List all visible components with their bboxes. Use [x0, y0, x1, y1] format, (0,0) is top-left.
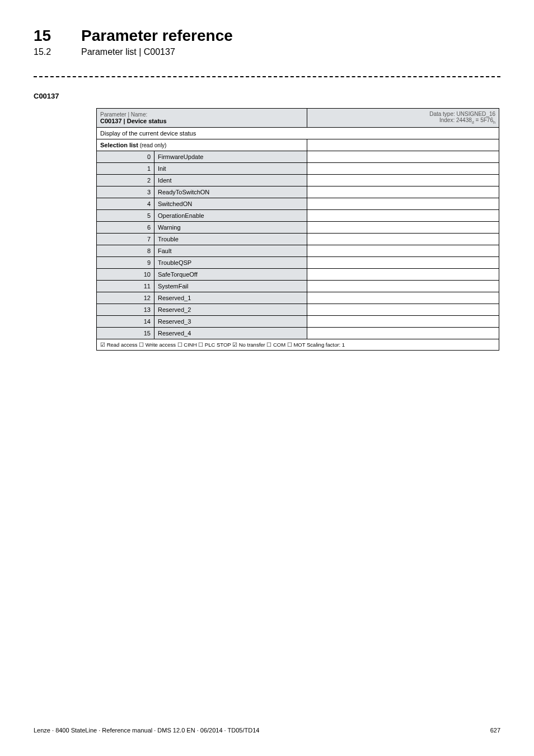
row-value: Reserved_1: [154, 292, 307, 304]
row-blank: [307, 198, 499, 210]
row-index: 4: [97, 198, 154, 210]
table-row: 10SafeTorqueOff: [97, 269, 499, 281]
row-index: 3: [97, 186, 154, 198]
row-blank: [307, 281, 499, 292]
row-index: 14: [97, 316, 154, 328]
row-blank: [307, 269, 499, 281]
param-code-heading: C00137: [34, 92, 500, 100]
table-row: 7Trouble: [97, 234, 499, 245]
row-index: 1: [97, 163, 154, 175]
row-value: TroubleQSP: [154, 257, 307, 269]
footer-left: Lenze · 8400 StateLine · Reference manua…: [34, 727, 259, 734]
row-index: 0: [97, 151, 154, 163]
row-blank: [307, 234, 499, 245]
table-row: 5OperationEnable: [97, 210, 499, 222]
table-row: 9TroubleQSP: [97, 257, 499, 269]
row-blank: [307, 186, 499, 198]
chapter-number: 15: [34, 27, 81, 45]
table-row: 0FirmwareUpdate: [97, 151, 499, 163]
row-value: Ident: [154, 175, 307, 186]
row-index: 13: [97, 304, 154, 316]
row-value: Reserved_2: [154, 304, 307, 316]
table-row: 14Reserved_3: [97, 316, 499, 328]
row-index: 7: [97, 234, 154, 245]
row-blank: [307, 304, 499, 316]
selection-list-header: Selection list (read only): [97, 139, 307, 151]
row-value: ReadyToSwitchON: [154, 186, 307, 198]
table-row: 4SwitchedON: [97, 198, 499, 210]
row-blank: [307, 316, 499, 328]
selection-list-blank: [307, 139, 499, 151]
row-value: FirmwareUpdate: [154, 151, 307, 163]
row-blank: [307, 328, 499, 339]
row-index: 10: [97, 269, 154, 281]
row-index: 11: [97, 281, 154, 292]
row-value: SafeTorqueOff: [154, 269, 307, 281]
table-row: 8Fault: [97, 245, 499, 257]
hdr-left-main: C00137 | Device status: [100, 118, 167, 124]
row-value: SwitchedON: [154, 198, 307, 210]
row-index: 5: [97, 210, 154, 222]
section-number: 15.2: [34, 47, 81, 57]
section-header: 15.2 Parameter list | C00137: [34, 47, 500, 57]
chapter-header: 15 Parameter reference: [34, 27, 500, 45]
row-blank: [307, 222, 499, 234]
row-blank: [307, 175, 499, 186]
row-blank: [307, 210, 499, 222]
row-blank: [307, 257, 499, 269]
table-row: 2Ident: [97, 175, 499, 186]
row-index: 12: [97, 292, 154, 304]
table-header-left: Parameter | Name: C00137 | Device status: [97, 109, 307, 128]
page-footer: Lenze · 8400 StateLine · Reference manua…: [34, 727, 500, 734]
table-row: 3ReadyToSwitchON: [97, 186, 499, 198]
row-value: Trouble: [154, 234, 307, 245]
description-row: Display of the current device status: [97, 128, 499, 139]
row-value: Init: [154, 163, 307, 175]
row-value: Fault: [154, 245, 307, 257]
row-value: Warning: [154, 222, 307, 234]
table-row: 6Warning: [97, 222, 499, 234]
row-index: 9: [97, 257, 154, 269]
table-header-right: Data type: UNSIGNED_16 Index: 24438d = 5…: [307, 109, 499, 128]
row-blank: [307, 163, 499, 175]
hdr-right-line1: Data type: UNSIGNED_16: [429, 111, 495, 117]
table-row: 1Init: [97, 163, 499, 175]
row-value: Reserved_4: [154, 328, 307, 339]
row-index: 2: [97, 175, 154, 186]
row-blank: [307, 292, 499, 304]
hdr-right-line2: Index: 24438d = 5F76h: [439, 117, 495, 123]
hdr-left-top: Parameter | Name:: [100, 111, 147, 118]
row-value: Reserved_3: [154, 316, 307, 328]
table-row: 11SystemFail: [97, 281, 499, 292]
chapter-title: Parameter reference: [81, 27, 233, 45]
row-index: 6: [97, 222, 154, 234]
row-value: SystemFail: [154, 281, 307, 292]
footer-page-number: 627: [490, 727, 500, 734]
section-title: Parameter list | C00137: [81, 47, 175, 57]
table-row: 15Reserved_4: [97, 328, 499, 339]
table-footer: ☑ Read access ☐ Write access ☐ CINH ☐ PL…: [97, 339, 499, 351]
divider: [34, 76, 500, 77]
row-blank: [307, 245, 499, 257]
row-index: 8: [97, 245, 154, 257]
table-row: 13Reserved_2: [97, 304, 499, 316]
table-row: 12Reserved_1: [97, 292, 499, 304]
row-value: OperationEnable: [154, 210, 307, 222]
row-index: 15: [97, 328, 154, 339]
row-blank: [307, 151, 499, 163]
parameter-table: Parameter | Name: C00137 | Device status…: [96, 108, 499, 351]
